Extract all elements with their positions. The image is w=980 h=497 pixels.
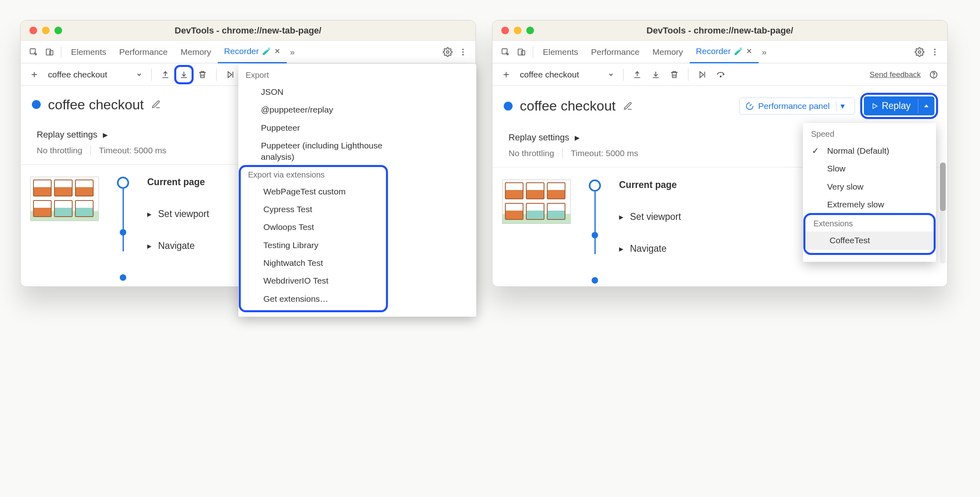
divider — [688, 69, 688, 81]
close-tab-icon[interactable]: ✕ — [746, 47, 752, 56]
inspect-element-icon[interactable] — [497, 48, 513, 56]
menu-header-export: Export — [238, 67, 476, 83]
scrollbar[interactable] — [940, 163, 946, 263]
svg-point-21 — [720, 76, 721, 77]
titlebar: DevTools - chrome://new-tab-page/ — [21, 21, 475, 41]
new-recording-button[interactable] — [26, 67, 42, 83]
help-icon[interactable] — [926, 67, 942, 83]
export-menu: Export JSON @puppeteer/replay Puppeteer … — [238, 64, 476, 317]
divider — [151, 69, 152, 81]
continue-button[interactable] — [694, 67, 710, 83]
performance-panel-button[interactable]: Performance panel ▾ — [739, 98, 855, 115]
tab-performance[interactable]: Performance — [585, 41, 646, 63]
svg-marker-24 — [873, 104, 878, 109]
recorder-toolbar: coffee checkout Send — [492, 63, 947, 86]
tab-memory[interactable]: Memory — [174, 41, 218, 63]
tab-recorder[interactable]: Recorder 🧪 ✕ — [218, 41, 287, 63]
import-button[interactable] — [157, 67, 173, 83]
tab-memory[interactable]: Memory — [646, 41, 690, 63]
close-window-icon[interactable] — [29, 27, 37, 34]
tab-performance[interactable]: Performance — [113, 41, 174, 63]
throttling-value: No throttling — [509, 148, 554, 158]
tab-label: Memory — [181, 47, 211, 57]
export-ext-get-more[interactable]: Get extensions… — [241, 290, 386, 308]
thumbnail-icon — [33, 180, 52, 196]
import-button[interactable] — [629, 67, 645, 83]
export-ext-webdriverio[interactable]: WebdriverIO Test — [241, 272, 386, 290]
delete-button[interactable] — [666, 67, 682, 83]
tab-elements[interactable]: Elements — [536, 41, 585, 63]
svg-point-6 — [462, 54, 464, 55]
recording-select[interactable]: coffee checkout — [517, 68, 617, 81]
speed-label: Slow — [827, 164, 846, 173]
divider — [533, 46, 533, 58]
speed-extremely-slow[interactable]: Extremely slow — [803, 196, 936, 213]
divider — [61, 46, 61, 58]
settings-icon[interactable] — [912, 47, 927, 57]
tab-label: Elements — [543, 47, 578, 57]
continue-button[interactable] — [222, 67, 238, 83]
export-button[interactable] — [648, 67, 664, 83]
tab-label: Performance — [591, 47, 640, 57]
device-toolbar-icon[interactable] — [513, 48, 530, 56]
speed-very-slow[interactable]: Very slow — [803, 178, 936, 196]
close-tab-icon[interactable]: ✕ — [274, 47, 280, 56]
scrollbar-thumb[interactable] — [940, 163, 946, 211]
check-icon: ✓ — [812, 145, 823, 157]
export-ext-cypress[interactable]: Cypress Test — [241, 200, 386, 218]
settings-icon[interactable] — [440, 47, 455, 57]
perf-panel-label: Performance panel — [758, 101, 830, 111]
export-ext-nightwatch[interactable]: Nightwatch Test — [241, 254, 386, 272]
more-options-icon[interactable] — [455, 48, 471, 56]
delete-button[interactable] — [194, 67, 211, 83]
replay-settings-label: Replay settings — [37, 129, 97, 140]
devtools-tabstrip: Elements Performance Memory Recorder 🧪 ✕… — [21, 41, 475, 63]
edit-title-icon[interactable] — [151, 100, 161, 109]
zoom-window-icon[interactable] — [526, 27, 534, 34]
export-item-json[interactable]: JSON — [238, 83, 476, 101]
export-ext-owloops[interactable]: Owloops Test — [241, 218, 386, 236]
tab-elements[interactable]: Elements — [65, 41, 113, 63]
export-ext-testing-library[interactable]: Testing Library — [241, 236, 386, 254]
export-ext-webpagetest[interactable]: WebPageTest custom — [241, 183, 386, 200]
timeline-line — [594, 192, 596, 254]
recording-name-label: coffee checkout — [48, 70, 107, 79]
export-button[interactable] — [176, 67, 192, 83]
more-tabs-button[interactable]: » — [287, 41, 298, 63]
replay-speed-menu: Speed ✓Normal (Default) Slow Very slow E… — [803, 123, 936, 262]
speed-normal[interactable]: ✓Normal (Default) — [803, 142, 936, 160]
expand-icon: ▶ — [147, 243, 152, 249]
replay-button[interactable]: Replay — [864, 96, 934, 115]
send-feedback-link[interactable]: Send feedback — [869, 70, 921, 79]
more-tabs-button[interactable]: » — [759, 41, 770, 63]
export-item-puppeteer-replay[interactable]: @puppeteer/replay — [238, 101, 476, 119]
minimize-window-icon[interactable] — [42, 27, 50, 34]
minimize-window-icon[interactable] — [514, 27, 521, 34]
timeline-start-icon — [117, 177, 129, 189]
replay-ext-coffeetest[interactable]: CoffeeTest — [805, 232, 934, 249]
tab-recorder[interactable]: Recorder 🧪 ✕ — [690, 41, 759, 63]
svg-point-18 — [934, 54, 936, 55]
thumbnail-icon — [547, 203, 565, 220]
zoom-window-icon[interactable] — [54, 27, 62, 34]
replay-button-highlight: Replay — [862, 95, 936, 117]
svg-rect-1 — [46, 49, 51, 55]
new-recording-button[interactable] — [498, 67, 514, 83]
more-options-icon[interactable] — [927, 48, 942, 56]
export-item-puppeteer[interactable]: Puppeteer — [238, 119, 476, 137]
replay-dropdown-toggle[interactable] — [918, 99, 934, 113]
recording-select[interactable]: coffee checkout — [45, 68, 146, 81]
inspect-element-icon[interactable] — [25, 48, 42, 56]
speed-label: Extremely slow — [827, 200, 884, 209]
page-thumbnail — [502, 180, 571, 224]
export-item-puppeteer-lh[interactable]: Puppeteer (including Lighthouse analysis… — [238, 137, 476, 166]
speed-slow[interactable]: Slow — [803, 160, 936, 178]
close-window-icon[interactable] — [501, 27, 509, 34]
step-over-button[interactable] — [713, 67, 729, 83]
svg-point-15 — [918, 51, 921, 53]
chevron-down-icon[interactable]: ▾ — [836, 101, 849, 111]
divider — [216, 69, 217, 81]
edit-title-icon[interactable] — [623, 101, 633, 111]
timeout-value: Timeout: 5000 ms — [571, 148, 638, 158]
device-toolbar-icon[interactable] — [42, 48, 58, 56]
